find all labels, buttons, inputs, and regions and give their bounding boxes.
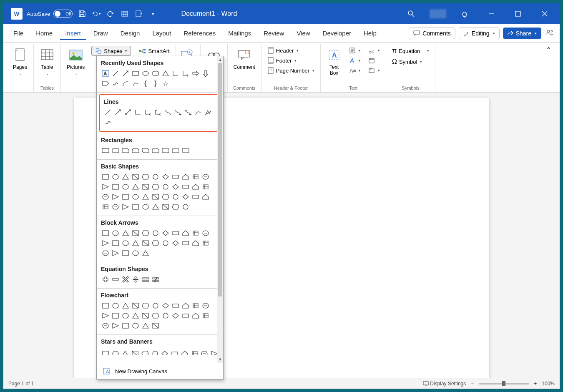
rect-round2same[interactable] [171, 146, 180, 155]
star-shape-4[interactable] [141, 349, 150, 355]
dropdown-scrollbar[interactable]: ▲ ▼ [217, 56, 223, 363]
flowchart-shape-7[interactable] [171, 301, 180, 310]
basic-shape-12[interactable] [111, 182, 120, 191]
flowchart-shape-24[interactable] [121, 321, 130, 330]
line-elbow[interactable] [133, 108, 143, 117]
block-arrow-25[interactable] [131, 249, 140, 258]
basic-shape-32[interactable] [201, 192, 210, 201]
minimize-button[interactable] [483, 5, 500, 22]
flowchart-shape-3[interactable] [131, 301, 140, 310]
flowchart-shape-23[interactable] [111, 321, 120, 330]
tab-draw[interactable]: Draw [88, 26, 113, 40]
block-arrow-11[interactable] [101, 239, 110, 248]
block-arrow-13[interactable] [121, 239, 130, 248]
eq-notequal[interactable] [151, 275, 160, 284]
help-tips-icon[interactable] [456, 5, 473, 22]
block-arrow-10[interactable] [201, 229, 210, 238]
block-arrow-7[interactable] [171, 229, 180, 238]
basic-shape-17[interactable] [161, 182, 170, 191]
line-elbow-double[interactable] [153, 108, 163, 117]
editing-mode-button[interactable]: Editing▾ [459, 28, 500, 39]
basic-shape-40[interactable] [171, 202, 180, 211]
basic-shape-2[interactable] [121, 172, 130, 181]
star-shape-1[interactable] [111, 349, 120, 355]
flowchart-shape-20[interactable] [191, 311, 200, 320]
rect-round2diag[interactable] [181, 146, 190, 155]
block-arrow-19[interactable] [181, 239, 190, 248]
shape-star[interactable]: ☆ [161, 79, 170, 88]
shape-oval[interactable] [141, 69, 150, 78]
flowchart-shape-9[interactable] [191, 301, 200, 310]
flowchart-shape-17[interactable] [161, 311, 170, 320]
basic-shape-20[interactable] [191, 182, 200, 191]
eq-plus[interactable] [101, 275, 110, 284]
symbol-button[interactable]: ΩSymbol▾ [390, 57, 432, 67]
pictures-button[interactable]: Pictures⌄ [64, 46, 87, 78]
eq-divide[interactable] [131, 275, 140, 284]
block-arrow-3[interactable] [131, 229, 140, 238]
star-shape-6[interactable] [161, 349, 170, 355]
basic-shape-35[interactable] [121, 202, 130, 211]
block-arrow-4[interactable] [141, 229, 150, 238]
shape-triangle[interactable] [161, 69, 170, 78]
block-arrow-12[interactable] [111, 239, 120, 248]
basic-shape-8[interactable] [181, 172, 190, 181]
share-button[interactable]: Share▾ [503, 28, 541, 39]
star-shape-8[interactable] [180, 349, 189, 355]
autosave-toggle[interactable]: AutoSave Off [27, 10, 73, 18]
basic-shape-39[interactable] [161, 202, 170, 211]
tab-design[interactable]: Design [116, 26, 145, 40]
line-curved-double[interactable] [183, 108, 193, 117]
maximize-button[interactable] [510, 5, 526, 22]
basic-shape-24[interactable] [121, 192, 130, 201]
block-arrow-18[interactable] [171, 239, 180, 248]
drop-cap-button[interactable]: A≡▾ [347, 66, 363, 75]
footer-button[interactable]: Footer▾ [265, 56, 317, 65]
star-shape-0[interactable] [101, 349, 110, 355]
star-shape-7[interactable] [170, 349, 179, 355]
block-arrow-20[interactable] [191, 239, 200, 248]
flowchart-shape-2[interactable] [121, 301, 130, 310]
star-shape-2[interactable] [121, 349, 130, 355]
block-arrow-24[interactable] [121, 249, 130, 258]
basic-shape-21[interactable] [201, 182, 210, 191]
shape-curve[interactable] [131, 79, 140, 88]
flowchart-shape-5[interactable] [151, 301, 160, 310]
basic-shape-11[interactable] [101, 182, 110, 191]
pages-button[interactable]: Pages⌄ [10, 46, 30, 78]
shape-right-arrow[interactable] [191, 69, 200, 78]
template-qat-icon[interactable] [134, 9, 143, 18]
block-arrow-9[interactable] [191, 229, 200, 238]
shape-rounded-rect[interactable] [151, 69, 160, 78]
basic-shape-22[interactable] [101, 192, 110, 201]
rect-round1[interactable] [161, 146, 170, 155]
flowchart-shape-22[interactable] [101, 321, 110, 330]
rect-snip2diag[interactable] [141, 146, 150, 155]
zoom-in-button[interactable]: + [534, 381, 537, 387]
customize-qat-icon[interactable]: ▾ [148, 9, 158, 18]
rect-snip1[interactable] [121, 146, 130, 155]
flowchart-shape-13[interactable] [121, 311, 130, 320]
tab-review[interactable]: Review [259, 26, 289, 40]
comment-button[interactable]: Comment [231, 46, 258, 72]
block-arrow-15[interactable] [141, 239, 150, 248]
basic-shape-16[interactable] [151, 182, 160, 191]
save-icon[interactable] [78, 9, 87, 18]
block-arrow-8[interactable] [181, 229, 190, 238]
basic-shape-0[interactable] [101, 172, 110, 181]
rect-snipround[interactable] [151, 146, 160, 155]
shape-right-brace[interactable]: } [151, 79, 160, 88]
flowchart-shape-6[interactable] [161, 301, 170, 310]
block-arrow-26[interactable] [141, 249, 150, 258]
flowchart-shape-25[interactable] [131, 321, 140, 330]
shape-down-arrow[interactable] [201, 69, 210, 78]
comments-pane-button[interactable]: Comments [409, 28, 455, 39]
rect-snip2same[interactable] [131, 146, 140, 155]
block-arrow-1[interactable] [111, 229, 120, 238]
line-scribble[interactable] [103, 118, 113, 127]
flowchart-shape-19[interactable] [181, 311, 190, 320]
basic-shape-31[interactable] [191, 192, 200, 201]
basic-shape-9[interactable] [191, 172, 200, 181]
eq-minus[interactable] [111, 275, 120, 284]
basic-shape-27[interactable] [151, 192, 160, 201]
